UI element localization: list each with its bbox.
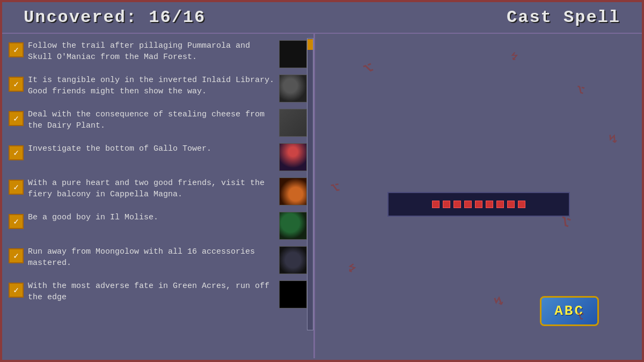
- quest-image: [279, 280, 307, 308]
- rune-3: ↯: [508, 49, 521, 64]
- quest-text: It is tangible only in the inverted Inla…: [28, 75, 275, 97]
- main-content: ✓Follow the trail after pillaging Pummar…: [2, 34, 642, 358]
- quest-item: ✓Investigate the bottom of Gallo Tower.: [8, 141, 308, 173]
- quest-checkbox[interactable]: ✓: [9, 111, 24, 126]
- quest-item: ✓It is tangible only in the inverted Inl…: [8, 72, 308, 105]
- right-panel: ABC ⌥⌥↯⌥↯⌥↯⌥↯: [315, 34, 642, 358]
- main-window: Uncovered: 16/16 Cast Spell ✓Follow the …: [0, 0, 644, 362]
- spell-dot-1: [432, 201, 440, 208]
- quest-text: Deal with the consequence of stealing ch…: [28, 109, 275, 131]
- quest-text: Run away from Moongolow with all 16 acce…: [28, 246, 275, 269]
- quest-image: [279, 212, 307, 240]
- quest-text: Follow the trail after pillaging Pummaro…: [28, 40, 275, 63]
- checkmark: ✓: [13, 147, 19, 158]
- quest-item: ✓Run away from Moongolow with all 16 acc…: [8, 244, 308, 276]
- quest-checkbox[interactable]: ✓: [9, 42, 24, 57]
- uncovered-title: Uncovered: 16/16: [24, 8, 206, 27]
- quest-checkbox[interactable]: ✓: [9, 283, 24, 298]
- quest-checkbox[interactable]: ✓: [9, 180, 24, 195]
- quest-item: ✓Deal with the consequence of stealing c…: [8, 107, 308, 139]
- quest-panel: ✓Follow the trail after pillaging Pummar…: [2, 34, 313, 358]
- rune-9: ↯: [608, 130, 619, 147]
- checkmark: ✓: [13, 113, 19, 124]
- rune-2: ⌥: [575, 82, 586, 99]
- spell-dot-3: [453, 201, 461, 208]
- quest-image: [279, 178, 307, 205]
- checkmark: ✓: [13, 182, 19, 193]
- quest-image: [279, 246, 307, 274]
- spell-dot-5: [475, 201, 482, 208]
- abc-button[interactable]: ABC: [540, 296, 599, 326]
- checkmark: ✓: [13, 216, 19, 227]
- header: Uncovered: 16/16 Cast Spell: [2, 2, 642, 33]
- scrollbar-thumb[interactable]: [308, 39, 313, 50]
- spell-dot-4: [464, 201, 472, 208]
- quest-checkbox[interactable]: ✓: [9, 214, 24, 229]
- checkmark: ✓: [13, 250, 19, 261]
- rune-4: ⌥: [330, 179, 341, 197]
- quest-text: Be a good boy in Il Molise.: [28, 212, 275, 223]
- rune-1: ⌥: [361, 59, 376, 79]
- checkmark: ✓: [13, 285, 19, 295]
- quest-item: ✓Follow the trail after pillaging Pummar…: [8, 38, 308, 70]
- quest-image: [279, 40, 307, 68]
- checkmark: ✓: [13, 45, 19, 55]
- quest-list: ✓Follow the trail after pillaging Pummar…: [8, 38, 308, 311]
- rune-5: ↯: [343, 261, 358, 276]
- spell-dot-8: [507, 201, 515, 208]
- quest-checkbox[interactable]: ✓: [9, 248, 24, 263]
- spell-dot-6: [486, 201, 493, 208]
- quest-image: [279, 143, 307, 171]
- spell-dot-9: [518, 201, 525, 208]
- quest-image: [279, 75, 307, 102]
- quest-text: Investigate the bottom of Gallo Tower.: [28, 143, 275, 154]
- spell-dot-7: [496, 201, 504, 208]
- scrollbar[interactable]: [307, 38, 313, 330]
- quest-item: ✓With the most adverse fate in Green Acr…: [8, 278, 308, 311]
- quest-item: ✓Be a good boy in Il Molise.: [8, 210, 308, 242]
- quest-image: [279, 109, 307, 137]
- quest-item: ✓With a pure heart and two good friends,…: [8, 175, 308, 208]
- quest-checkbox[interactable]: ✓: [9, 145, 24, 160]
- spell-area: [387, 192, 570, 233]
- spell-box: [387, 192, 570, 217]
- quest-text: With the most adverse fate in Green Acre…: [28, 280, 275, 303]
- quest-text: With a pure heart and two good friends, …: [28, 178, 275, 200]
- checkmark: ✓: [13, 79, 19, 90]
- rune-7: ↯: [491, 292, 507, 311]
- quest-checkbox[interactable]: ✓: [9, 77, 24, 92]
- cast-spell-title: Cast Spell: [507, 8, 620, 27]
- spell-dot-2: [443, 201, 450, 208]
